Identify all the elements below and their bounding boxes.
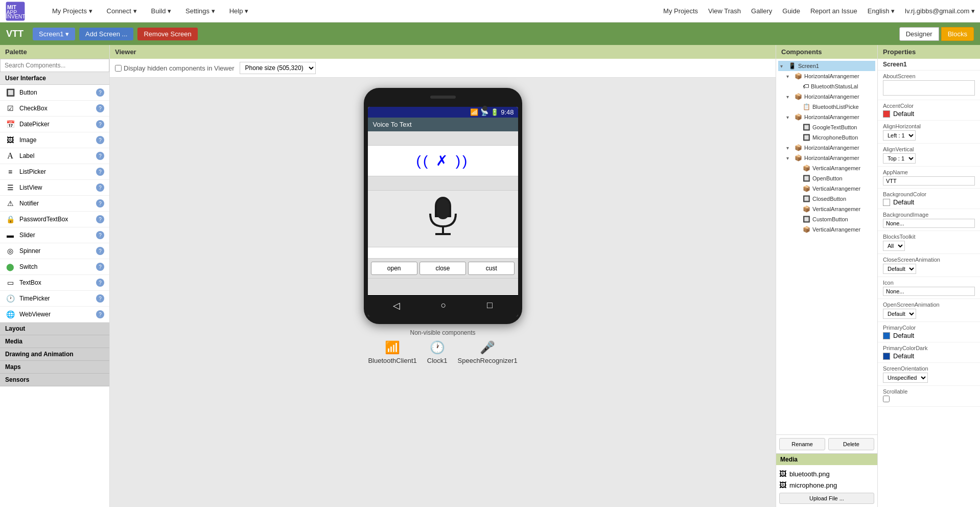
upload-file-button[interactable]: Upload File ... [779,493,874,504]
align-vertical-select[interactable]: Top : 1 [883,153,916,164]
align-horizontal-select[interactable]: Left : 1 [883,130,916,141]
blocks-toolkit-select[interactable]: All [883,241,905,251]
nav-user[interactable]: lv.rj.gibbs@gmail.com ▾ [905,7,975,15]
comp-vert-arr-1[interactable]: 📦 VerticalArrangemer [778,163,875,173]
spinner-help[interactable]: ? [96,247,104,255]
palette-item-switch[interactable]: ⬤ Switch ? [0,259,109,275]
phone-size-select[interactable]: Phone size (505,320) [240,62,316,74]
screen1-button[interactable]: Screen1 ▾ [33,28,75,40]
nav-settings[interactable]: Settings ▾ [179,4,221,18]
nav-guide[interactable]: Guide [782,7,800,15]
checkbox-help[interactable]: ? [96,104,104,112]
palette-item-datepicker[interactable]: 📅 DatePicker ? [0,117,109,132]
screen1-toggle[interactable]: ▾ [780,63,786,69]
comp-microphone-btn[interactable]: 🔲 MicrophoneButton [778,132,875,143]
slider-help[interactable]: ? [96,231,104,239]
comp-screen1[interactable]: ▾ 📱 Screen1 [778,61,875,71]
listview-help[interactable]: ? [96,183,104,192]
palette-item-webviewer[interactable]: 🌐 WebViewer ? [0,307,109,322]
rename-button[interactable]: Rename [779,438,825,450]
palette-item-passwordtextbox[interactable]: 🔒 PasswordTextBox ? [0,212,109,227]
nav-help[interactable]: Help ▾ [223,4,254,18]
horiz-arr-3-toggle[interactable]: ▾ [786,114,792,120]
comp-open-button[interactable]: 🔲 OpenButton [778,173,875,183]
primary-color-dark-value[interactable]: Default [883,352,975,360]
open-screen-animation-select[interactable]: Default [883,309,916,319]
delete-button[interactable]: Delete [828,438,874,450]
primary-color-value[interactable]: Default [883,332,975,339]
phone-custom-button[interactable]: cust [468,262,515,275]
passwordtextbox-help[interactable]: ? [96,215,104,223]
accent-color-value[interactable]: Default [883,110,975,118]
nav-my-projects[interactable]: My Projects ▾ [46,4,99,18]
comp-vert-arr-3[interactable]: 📦 VerticalArrangemer [778,204,875,214]
horiz-arr-1-toggle[interactable]: ▾ [786,74,792,79]
palette-item-listpicker[interactable]: ≡ ListPicker ? [0,164,109,180]
datepicker-help[interactable]: ? [96,120,104,128]
nav-recent-icon[interactable]: □ [487,300,493,311]
comp-closed-button[interactable]: 🔲 ClosedButton [778,194,875,204]
palette-item-slider[interactable]: ▬ Slider ? [0,227,109,243]
notifier-help[interactable]: ? [96,199,104,208]
add-screen-button[interactable]: Add Screen ... [79,28,133,40]
hidden-components-checkbox[interactable] [115,65,122,72]
comp-horiz-arr-2[interactable]: ▾ 📦 HorizontalArrangemer [778,91,875,102]
textbox-help[interactable]: ? [96,279,104,287]
comp-vert-arr-4[interactable]: 📦 VerticalArrangemer [778,224,875,235]
blocks-button[interactable]: Blocks [941,27,974,41]
drawing-animation-section[interactable]: Drawing and Animation [0,348,109,361]
nav-report-issue[interactable]: Report an Issue [810,7,857,15]
scrollable-checkbox[interactable] [883,396,890,402]
phone-open-button[interactable]: open [371,262,417,275]
palette-item-checkbox[interactable]: ☑ CheckBox ? [0,101,109,117]
search-components-input[interactable] [0,59,109,72]
image-help[interactable]: ? [96,136,104,144]
webviewer-help[interactable]: ? [96,310,104,318]
nav-build[interactable]: Build ▾ [145,4,178,18]
palette-item-listview[interactable]: ☰ ListView ? [0,180,109,196]
comp-bluetooth-list[interactable]: 📋 BluetoothListPicke [778,102,875,112]
app-name-input[interactable] [883,176,975,186]
palette-item-label[interactable]: A Label ? [0,148,109,164]
comp-horiz-arr-4[interactable]: ▾ 📦 HorizontalArrangemer [778,143,875,153]
palette-item-timepicker[interactable]: 🕐 TimePicker ? [0,291,109,307]
sensors-section[interactable]: Sensors [0,374,109,386]
horiz-arr-4-toggle[interactable]: ▾ [786,145,792,151]
user-interface-section[interactable]: User Interface [0,72,109,85]
background-image-input[interactable] [883,219,975,228]
comp-horiz-arr-3[interactable]: ▾ 📦 HorizontalArrangemer [778,112,875,122]
comp-bluetooth-status[interactable]: 🏷 BluetoothStatusLal [778,81,875,91]
close-screen-animation-select[interactable]: Default [883,264,916,274]
background-color-value[interactable]: Default [883,198,975,206]
comp-horiz-arr-1[interactable]: ▾ 📦 HorizontalArrangemer [778,71,875,81]
screen-orientation-select[interactable]: Unspecified [883,373,928,383]
palette-item-notifier[interactable]: ⚠ Notifier ? [0,196,109,212]
media-section[interactable]: Media [0,335,109,348]
nav-home-icon[interactable]: ○ [441,300,447,311]
designer-button[interactable]: Designer [899,27,939,41]
nav-gallery[interactable]: Gallery [751,7,772,15]
nav-view-trash[interactable]: View Trash [708,7,741,15]
layout-section[interactable]: Layout [0,322,109,335]
switch-help[interactable]: ? [96,263,104,271]
remove-screen-button[interactable]: Remove Screen [137,28,197,40]
listpicker-help[interactable]: ? [96,168,104,176]
timepicker-help[interactable]: ? [96,294,104,303]
nav-my-projects-right[interactable]: My Projects [663,7,698,15]
label-help[interactable]: ? [96,152,104,160]
maps-section[interactable]: Maps [0,361,109,374]
palette-item-image[interactable]: 🖼 Image ? [0,132,109,148]
horiz-arr-2-toggle[interactable]: ▾ [786,94,792,100]
palette-item-button[interactable]: 🔲 Button ? [0,85,109,101]
comp-google-text-btn[interactable]: 🔲 GoogleTextButton [778,122,875,132]
nav-connect[interactable]: Connect ▾ [101,4,143,18]
palette-item-textbox[interactable]: ▭ TextBox ? [0,275,109,291]
icon-input[interactable] [883,287,975,296]
comp-horiz-arr-5[interactable]: ▾ 📦 HorizontalArrangemer [778,153,875,163]
comp-vert-arr-2[interactable]: 📦 VerticalArrangemer [778,183,875,194]
palette-item-spinner[interactable]: ◎ Spinner ? [0,243,109,259]
phone-close-button[interactable]: close [419,262,466,275]
comp-custom-button[interactable]: 🔲 CustomButton [778,214,875,224]
nav-english[interactable]: English ▾ [868,7,895,15]
button-help[interactable]: ? [96,88,104,97]
